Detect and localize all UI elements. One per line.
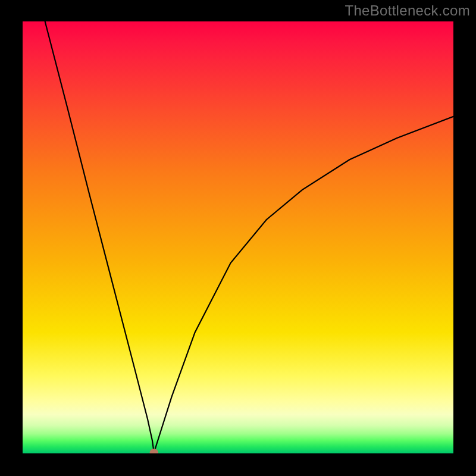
bottleneck-curve [45, 21, 453, 453]
watermark-text: TheBottleneck.com [345, 2, 470, 19]
chart-container: TheBottleneck.com [0, 0, 476, 476]
plot-area [23, 21, 453, 453]
curve-svg [23, 21, 453, 453]
minimum-marker [150, 449, 158, 453]
